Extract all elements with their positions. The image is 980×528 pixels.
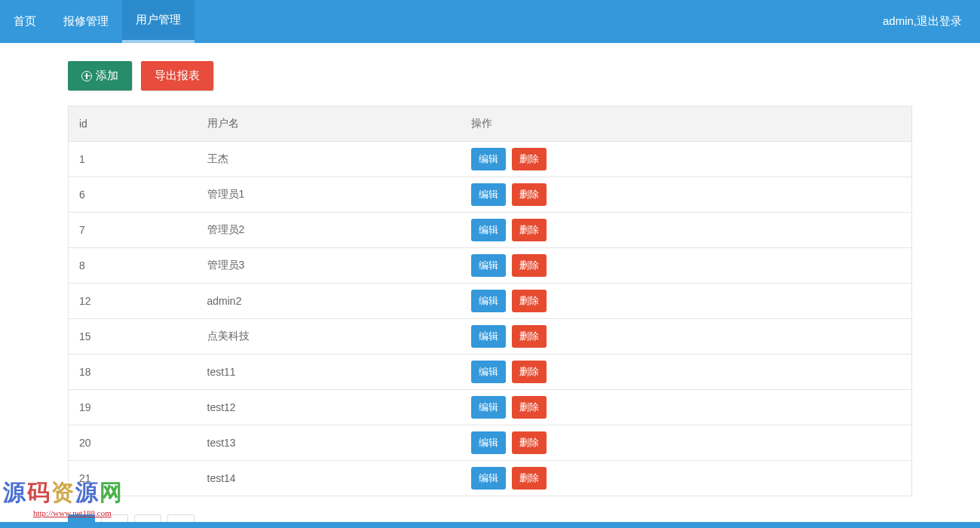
cell-id: 21	[69, 461, 197, 496]
edit-button[interactable]: 编辑	[471, 467, 506, 490]
table-row: 1王杰编辑删除	[69, 142, 912, 177]
cell-username: test14	[197, 461, 461, 496]
cell-username: 管理员3	[197, 248, 461, 284]
cell-id: 8	[69, 248, 197, 284]
logout-link[interactable]: admin,退出登录	[865, 0, 980, 43]
edit-button[interactable]: 编辑	[471, 183, 506, 206]
cell-id: 20	[69, 425, 197, 461]
delete-button[interactable]: 删除	[512, 325, 547, 348]
delete-button[interactable]: 删除	[512, 219, 547, 241]
table-row: 15点美科技编辑删除	[69, 319, 912, 355]
cell-actions: 编辑删除	[461, 213, 912, 248]
header-actions: 操作	[461, 106, 912, 142]
add-button[interactable]: 添加	[68, 61, 132, 91]
cell-id: 6	[69, 177, 197, 213]
cell-username: admin2	[197, 284, 461, 319]
bottom-accent-bar	[0, 522, 980, 528]
top-navbar: 首页报修管理用户管理 admin,退出登录	[0, 0, 980, 43]
cell-username: 点美科技	[197, 319, 461, 355]
cell-id: 18	[69, 355, 197, 390]
table-row: 19test12编辑删除	[69, 390, 912, 425]
export-button[interactable]: 导出报表	[141, 61, 213, 91]
delete-button[interactable]: 删除	[512, 183, 547, 206]
nav-item-2[interactable]: 用户管理	[122, 0, 194, 43]
cell-actions: 编辑删除	[461, 461, 912, 496]
header-username: 用户名	[197, 106, 461, 142]
delete-button[interactable]: 删除	[512, 148, 547, 170]
nav-items: 首页报修管理用户管理	[0, 0, 194, 43]
cell-username: test12	[197, 390, 461, 425]
delete-button[interactable]: 删除	[512, 467, 547, 490]
cell-actions: 编辑删除	[461, 319, 912, 355]
delete-button[interactable]: 删除	[512, 290, 547, 312]
add-button-label: 添加	[96, 69, 118, 83]
cell-id: 1	[69, 142, 197, 177]
cell-username: 管理员2	[197, 213, 461, 248]
cell-id: 12	[69, 284, 197, 319]
delete-button[interactable]: 删除	[512, 396, 547, 419]
cell-id: 7	[69, 213, 197, 248]
table-row: 21test14编辑删除	[69, 461, 912, 496]
delete-button[interactable]: 删除	[512, 361, 547, 383]
table-row: 8管理员3编辑删除	[69, 248, 912, 284]
cell-id: 19	[69, 390, 197, 425]
cell-username: test11	[197, 355, 461, 390]
table-header-row: id 用户名 操作	[69, 106, 912, 142]
table-row: 7管理员2编辑删除	[69, 213, 912, 248]
cell-actions: 编辑删除	[461, 284, 912, 319]
table-row: 6管理员1编辑删除	[69, 177, 912, 213]
cell-actions: 编辑删除	[461, 142, 912, 177]
users-table: id 用户名 操作 1王杰编辑删除6管理员1编辑删除7管理员2编辑删除8管理员3…	[68, 106, 912, 496]
edit-button[interactable]: 编辑	[471, 396, 506, 419]
export-button-label: 导出报表	[155, 69, 200, 83]
cell-actions: 编辑删除	[461, 355, 912, 390]
cell-id: 15	[69, 319, 197, 355]
cell-actions: 编辑删除	[461, 390, 912, 425]
edit-button[interactable]: 编辑	[471, 148, 506, 170]
table-row: 20test13编辑删除	[69, 425, 912, 461]
cell-actions: 编辑删除	[461, 177, 912, 213]
cell-username: test13	[197, 425, 461, 461]
edit-button[interactable]: 编辑	[471, 290, 506, 312]
table-row: 12admin2编辑删除	[69, 284, 912, 319]
cell-actions: 编辑删除	[461, 248, 912, 284]
edit-button[interactable]: 编辑	[471, 361, 506, 383]
toolbar: 添加 导出报表	[68, 61, 912, 91]
nav-item-0[interactable]: 首页	[0, 0, 50, 43]
table-row: 18test11编辑删除	[69, 355, 912, 390]
header-id: id	[69, 106, 197, 142]
cell-username: 管理员1	[197, 177, 461, 213]
plus-circle-icon	[81, 71, 92, 81]
table-body: 1王杰编辑删除6管理员1编辑删除7管理员2编辑删除8管理员3编辑删除12admi…	[69, 142, 912, 496]
edit-button[interactable]: 编辑	[471, 254, 506, 277]
edit-button[interactable]: 编辑	[471, 431, 506, 454]
nav-item-1[interactable]: 报修管理	[50, 0, 122, 43]
cell-username: 王杰	[197, 142, 461, 177]
delete-button[interactable]: 删除	[512, 431, 547, 454]
edit-button[interactable]: 编辑	[471, 219, 506, 241]
edit-button[interactable]: 编辑	[471, 325, 506, 348]
cell-actions: 编辑删除	[461, 425, 912, 461]
page-content: 添加 导出报表 id 用户名 操作 1王杰编辑删除6管理员1编辑删除7管理员2编…	[0, 43, 980, 528]
delete-button[interactable]: 删除	[512, 254, 547, 277]
